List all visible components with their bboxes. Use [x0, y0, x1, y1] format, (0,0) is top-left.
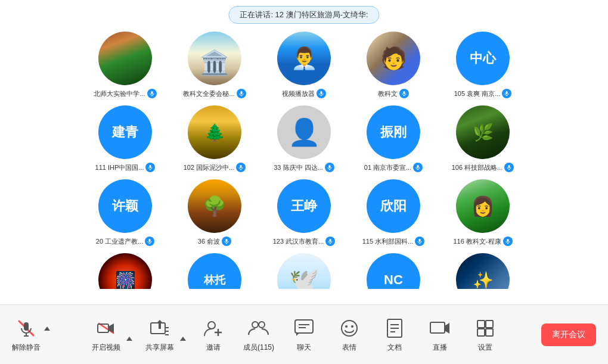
avatar: 🌿 [456, 105, 510, 159]
participant-card[interactable]: 振刚 01 南京市委宣... [358, 105, 429, 172]
mic-icon [502, 89, 511, 98]
leave-button[interactable]: 离开会议 [541, 323, 596, 346]
participant-name: 105 袁爽 南京... [454, 89, 512, 98]
settings-icon [473, 316, 497, 340]
live-button[interactable]: 直播 [422, 316, 458, 353]
toolbar: 解除静音 开启视频 [0, 304, 608, 364]
video-button[interactable]: 开启视频 [88, 316, 124, 353]
expression-label: 表情 [342, 343, 356, 353]
participants-row-2: 建青 111 IHP中国国... 🌲 102 国际泥沙中... [12, 105, 596, 172]
avatar: NC [367, 253, 420, 289]
toolbar-right: 离开会议 [541, 323, 596, 346]
avatar: 🕊️ [277, 253, 331, 289]
participant-card[interactable]: 👨‍💼 视频播放器 [268, 32, 340, 98]
participant-name: 北师大实验中学... [94, 89, 156, 98]
members-button[interactable]: 成员(115) [241, 316, 277, 353]
participant-card[interactable]: 中心 105 袁爽 南京... [447, 32, 519, 98]
expression-icon [337, 316, 361, 340]
participant-card[interactable]: NC [358, 253, 429, 289]
participants-row-3: 许颖 20 工业遗产教... 🌳 36 俞波 王峥 [12, 179, 596, 246]
live-icon [428, 316, 452, 340]
mic-icon [222, 237, 231, 246]
chat-button[interactable]: 聊天 [286, 316, 322, 353]
invite-button[interactable]: 邀请 [196, 316, 231, 353]
chat-label: 聊天 [297, 343, 311, 353]
svg-rect-36 [151, 323, 165, 334]
avatar: 👤 [277, 105, 331, 159]
svg-point-50 [351, 325, 353, 328]
participant-name: 111 IHP中国国... [95, 163, 156, 172]
participant-card[interactable]: 👩 116 教科文-程康 [447, 179, 519, 246]
toolbar-left: 解除静音 [12, 316, 50, 353]
share-group: 共享屏幕 [142, 316, 186, 353]
participant-card[interactable]: 北师大实验中学... [89, 32, 161, 98]
participant-name: 123 武汉市教育... [273, 237, 336, 246]
svg-rect-56 [477, 321, 485, 328]
participant-card[interactable]: ✨ [447, 253, 519, 289]
avatar: ✨ [456, 253, 510, 289]
svg-rect-16 [417, 165, 419, 168]
participant-card[interactable]: 🧑 教科文 [358, 32, 429, 98]
participant-card[interactable]: 许颖 20 工业遗产教... [89, 179, 161, 246]
svg-rect-0 [151, 91, 153, 94]
svg-point-40 [208, 322, 215, 329]
avatar: 欣阳 [367, 179, 420, 233]
mic-icon [325, 237, 335, 246]
participant-name: 教科文 [378, 89, 409, 98]
share-button[interactable]: 共享屏幕 [142, 316, 178, 353]
svg-rect-57 [486, 321, 493, 328]
doc-button[interactable]: 文档 [377, 316, 412, 353]
svg-rect-28 [507, 239, 508, 242]
svg-point-48 [342, 321, 357, 336]
participant-card[interactable]: 🕊️ [268, 253, 340, 289]
silhouette-icon: 👤 [288, 117, 321, 148]
svg-rect-4 [321, 91, 322, 94]
mute-arrow-up[interactable] [44, 326, 50, 331]
participant-name: 33 陈庆中 四达... [274, 163, 334, 172]
svg-rect-55 [430, 322, 445, 333]
avatar: 王峥 [277, 179, 331, 233]
participant-name: 01 南京市委宣... [364, 163, 423, 172]
participant-name: 116 教科文-程康 [453, 237, 512, 246]
live-label: 直播 [433, 343, 447, 353]
participant-card[interactable]: 建青 111 IHP中国国... [89, 105, 161, 172]
mic-icon [399, 89, 409, 98]
avatar: 👩 [456, 179, 510, 233]
mic-icon [325, 163, 334, 172]
avatar: 👨‍💼 [277, 32, 331, 85]
members-icon [247, 316, 271, 340]
mute-button[interactable]: 解除静音 [12, 316, 41, 353]
avatar: 建青 [98, 105, 152, 159]
share-arrow-up[interactable] [180, 337, 186, 341]
participant-card[interactable]: 🌿 106 科技部战略... [447, 105, 519, 172]
avatar: 🌳 [188, 179, 241, 233]
speaking-banner: 正在讲话: 12 澳门特区旅游局-文绮华: [228, 6, 379, 24]
video-arrow-up[interactable] [126, 337, 132, 341]
participant-card[interactable]: 🌳 36 俞波 [179, 179, 250, 246]
mute-icon [14, 316, 38, 340]
invite-icon [201, 316, 225, 340]
doc-label: 文档 [387, 343, 402, 353]
svg-rect-58 [477, 329, 485, 336]
speaking-text: 正在讲话: 12 澳门特区旅游局-文绮华: [240, 10, 368, 19]
participant-name: 视频播放器 [282, 89, 326, 98]
avatar: 🧑 [367, 32, 420, 85]
participant-card[interactable]: 👤 33 陈庆中 四达... [268, 105, 340, 172]
svg-rect-22 [226, 239, 228, 242]
avatar: 许颖 [98, 179, 152, 233]
mic-icon [147, 89, 157, 98]
participants-row-4: 🎆 林托 🕊️ NC ✨ [12, 253, 596, 289]
avatar: 🏛️ [188, 32, 241, 85]
avatar: 振刚 [367, 105, 420, 159]
participant-card[interactable]: 🎆 [89, 253, 161, 289]
settings-button[interactable]: 设置 [467, 316, 503, 353]
participant-name: 36 俞波 [198, 237, 231, 246]
expression-button[interactable]: 表情 [331, 316, 367, 353]
participant-card[interactable]: 欣阳 115 水利部国科... [358, 179, 429, 246]
participant-card[interactable]: 🏛️ 教科文全委会秘... [179, 32, 250, 98]
svg-rect-2 [240, 91, 242, 94]
participant-card[interactable]: 林托 [179, 253, 250, 289]
participant-card[interactable]: 🌲 102 国际泥沙中... [179, 105, 250, 172]
participant-card[interactable]: 王峥 123 武汉市教育... [268, 179, 340, 246]
svg-rect-20 [149, 239, 151, 242]
